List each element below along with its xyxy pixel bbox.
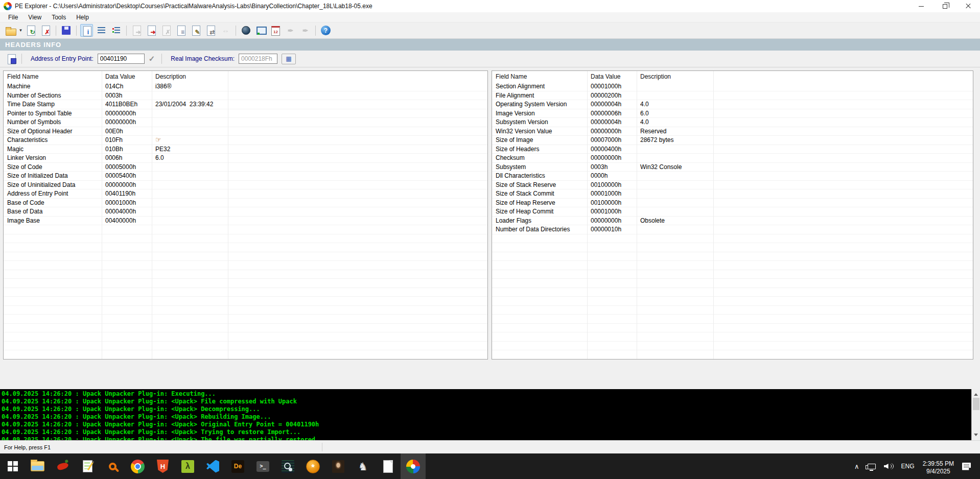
orange-badge-app-taskbar-button[interactable]: * (300, 453, 325, 479)
table-row[interactable]: Size of Heap Commit00001000h (492, 207, 973, 217)
table-row[interactable]: Linker Version0006h6.0 (4, 154, 487, 163)
table-row[interactable]: Dll Characteristics0000h (492, 172, 973, 181)
network-tray-button[interactable] (864, 453, 880, 479)
volume-tray-button[interactable] (880, 453, 897, 479)
table-row[interactable]: Characteristics010Fh☞ (4, 136, 487, 145)
column-divider[interactable] (152, 71, 152, 359)
clock[interactable]: 2:39:55 PM 9/4/2025 (919, 453, 958, 479)
start-taskbar-button[interactable] (0, 453, 25, 479)
column-divider[interactable] (587, 71, 588, 359)
headers-info-view-icon[interactable]: i (80, 24, 93, 37)
table-row[interactable]: Size of Image00007000h28672 bytes (492, 136, 973, 145)
apply-entry-point-icon[interactable]: ✓ (149, 54, 155, 63)
data-directories-view-icon[interactable] (110, 24, 123, 37)
lambda-app-taskbar-button[interactable]: λ (175, 453, 200, 479)
detect-it-easy-taskbar-button[interactable]: De (225, 453, 250, 479)
document-app-taskbar-button[interactable] (376, 453, 401, 479)
table-row[interactable]: Loader Flags00000000hObsolete (492, 217, 973, 226)
calculate-checksum-button[interactable]: ▦ (282, 54, 296, 64)
save-file-icon[interactable] (60, 24, 73, 37)
column-divider[interactable] (637, 71, 637, 359)
menu-tools[interactable]: Tools (46, 13, 71, 22)
column-divider[interactable] (713, 71, 714, 359)
sync-doc-icon[interactable]: ⇄ (204, 24, 217, 37)
globe-tool-icon[interactable] (240, 24, 252, 37)
table-row[interactable]: Size of Heap Reserve00100000h (492, 199, 973, 208)
table-row[interactable]: Image Version00000006h6.0 (492, 109, 973, 118)
portrait-app-taskbar-button[interactable] (325, 453, 351, 479)
menu-view[interactable]: View (23, 13, 46, 22)
table-row[interactable]: Time Date Stamp4011B0BEh23/01/2004 23:39… (4, 100, 487, 109)
report-doc-icon[interactable]: ≡ (175, 24, 188, 37)
table-row[interactable]: Base of Data00004000h (4, 207, 487, 217)
table-row[interactable]: Checksum00000000h (492, 154, 973, 163)
html-shield-app-taskbar-button[interactable]: H (150, 453, 175, 479)
column-header-description[interactable]: Description (152, 73, 228, 80)
table-row[interactable]: Win32 Version Value00000000hReserved (492, 127, 973, 136)
table-row[interactable]: Size of Initialized Data00005400h (4, 172, 487, 181)
table-row[interactable]: Size of Optional Header00E0h (4, 127, 487, 136)
table-row[interactable]: Size of Headers00000400h (492, 145, 973, 154)
magnifier-app-taskbar-button[interactable] (100, 453, 125, 479)
close-button[interactable] (956, 0, 980, 12)
reload-file-icon[interactable]: ↻ (25, 24, 37, 37)
column-header-field-name[interactable]: Field Name (492, 73, 587, 80)
save-report-icon[interactable] (5, 53, 18, 65)
scroll-up-icon[interactable] (974, 391, 978, 396)
table-row[interactable]: Number of Sections0003h (4, 91, 487, 101)
column-header-field-name[interactable]: Field Name (4, 73, 102, 80)
table-row[interactable]: Pointer to Symbol Table00000000h (4, 109, 487, 118)
minimize-button[interactable] (909, 0, 933, 12)
chrome-taskbar-button[interactable] (125, 453, 150, 479)
column-header-data-value[interactable]: Data Value (587, 73, 637, 80)
chess-app-taskbar-button[interactable]: ♞ (351, 453, 376, 479)
table-row[interactable]: Subsystem Version00000004h4.0 (492, 118, 973, 127)
import-doc-icon[interactable]: ➜ (145, 24, 158, 37)
scroll-down-icon[interactable] (974, 434, 978, 438)
monitor-list-tool-icon[interactable] (254, 24, 267, 37)
vscode-taskbar-button[interactable] (200, 453, 225, 479)
hex-viewer-taskbar-button[interactable] (275, 453, 300, 479)
table-row[interactable]: Image Base00400000h (4, 217, 487, 226)
menu-help[interactable]: Help (71, 13, 94, 22)
column-divider[interactable] (102, 71, 102, 359)
unload-doc-icon[interactable]: ✗ (160, 24, 173, 37)
calendar-tool-icon[interactable]: 12 (269, 24, 282, 37)
pe-explorer-taskbar-button[interactable] (401, 453, 426, 479)
table-row[interactable]: Size of Code00005000h (4, 163, 487, 172)
checksum-input[interactable] (239, 54, 277, 64)
help-icon[interactable]: ? (319, 24, 332, 37)
table-row[interactable]: Section Alignment00001000h (492, 82, 973, 91)
restore-button[interactable] (933, 0, 956, 12)
tray-chevron-icon[interactable]: ∧ (850, 453, 864, 479)
language-indicator[interactable]: ENG (897, 453, 919, 479)
column-header-data-value[interactable]: Data Value (102, 73, 152, 80)
table-row[interactable]: Magic010BhPE32 (4, 145, 487, 154)
table-row[interactable]: Subsystem0003hWin32 Console (492, 163, 973, 172)
table-row[interactable]: Base of Code00001000h (4, 199, 487, 208)
close-file-icon[interactable]: ✗ (39, 24, 52, 37)
table-row[interactable]: File Alignment00000200h (492, 91, 973, 101)
notepad-app-taskbar-button[interactable] (75, 453, 100, 479)
action-center-button[interactable] (958, 453, 975, 479)
column-divider[interactable] (228, 71, 228, 359)
edit-doc-icon[interactable]: ✎ (190, 24, 202, 37)
column-header-description[interactable]: Description (637, 73, 713, 80)
open-dropdown-caret-icon[interactable]: ▼ (18, 24, 24, 37)
characteristics-flags-icon[interactable]: ☞ (155, 136, 161, 143)
entry-point-input[interactable] (98, 54, 145, 64)
table-row[interactable]: Machine014Chi386® (4, 82, 487, 91)
menu-file[interactable]: File (3, 13, 23, 22)
tree-view-icon[interactable] (95, 24, 108, 37)
pen-tool-1-icon[interactable]: ✒ (284, 24, 297, 37)
open-file-icon[interactable] (4, 24, 17, 37)
export-doc-icon[interactable]: ➜ (130, 24, 143, 37)
console-scrollbar[interactable] (971, 389, 980, 440)
table-row[interactable]: Number of Data Directories00000010h (492, 225, 973, 234)
table-row[interactable]: Address of Entry Point00401190h (4, 189, 487, 199)
scrollbar-thumb[interactable] (973, 398, 979, 410)
table-row[interactable]: Size of Stack Reserve00100000h (492, 181, 973, 190)
table-row[interactable]: Size of Stack Commit00001000h (492, 189, 973, 199)
chili-pepper-app-taskbar-button[interactable] (50, 453, 75, 479)
table-row[interactable]: Operating System Version00000004h4.0 (492, 100, 973, 109)
